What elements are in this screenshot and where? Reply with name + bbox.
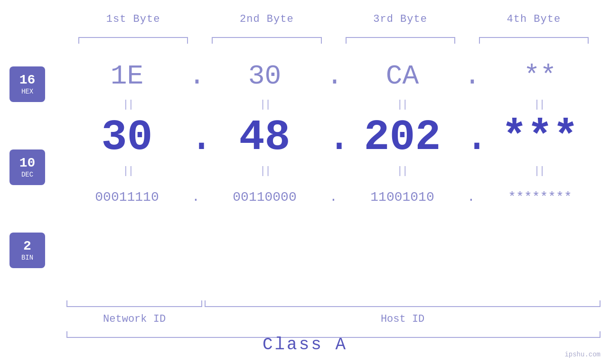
watermark: ipshu.com — [564, 351, 601, 358]
hex-byte1-value: 1E — [111, 61, 144, 92]
bin-byte2-cell: 00110000 — [204, 190, 325, 205]
dec-byte3-cell: 202 — [342, 113, 463, 162]
equals-row-2: || || || || — [66, 161, 601, 180]
hex-byte4-cell: ** — [479, 61, 601, 92]
bin-badge-num: 2 — [23, 240, 31, 253]
dec-byte1-value: 30 — [101, 113, 152, 162]
dec-dot1: . — [188, 113, 204, 162]
network-bracket — [66, 300, 202, 307]
hex-byte3-cell: CA — [342, 61, 463, 92]
main-container: 1st Byte 2nd Byte 3rd Byte 4th Byte 16 H… — [0, 0, 610, 364]
dec-byte2-value: 48 — [239, 113, 290, 162]
equals-row-1: || || || || — [66, 95, 601, 114]
id-labels: Network ID Host ID — [66, 313, 601, 325]
hex-byte2-value: 30 — [248, 61, 282, 92]
hex-badge-label: HEX — [21, 88, 33, 95]
bin-dot1: . — [188, 190, 204, 205]
bin-byte1-value: 00011110 — [95, 190, 159, 205]
bin-byte3-cell: 11001010 — [342, 190, 463, 205]
bin-dot3: . — [463, 190, 479, 205]
badges-column: 16 HEX 10 DEC 2 BIN — [9, 66, 45, 268]
bottom-brackets — [66, 300, 601, 307]
bin-byte4-value: ******** — [508, 190, 572, 205]
host-bracket — [205, 300, 601, 307]
eq2-cell1: || — [66, 165, 189, 177]
byte1-header: 1st Byte — [66, 13, 200, 25]
bin-row: 00011110 . 00110000 . 11001010 . *******… — [66, 180, 601, 214]
dec-row: 30 . 48 . 202 . *** — [66, 114, 601, 161]
network-id-label: Network ID — [66, 313, 202, 325]
host-id-label: Host ID — [205, 313, 601, 325]
eq1-cell3: || — [341, 99, 464, 111]
dec-badge-num: 10 — [19, 157, 36, 170]
dec-dot3: . — [463, 113, 479, 162]
eq2-cell3: || — [341, 165, 464, 177]
eq2-cell2: || — [204, 165, 327, 177]
eq1-cell4: || — [478, 99, 601, 111]
eq1-cell2: || — [204, 99, 327, 111]
hex-byte3-value: CA — [386, 61, 419, 92]
dec-byte2-cell: 48 — [204, 113, 325, 162]
bin-badge: 2 BIN — [9, 233, 45, 268]
hex-byte1-cell: 1E — [66, 61, 188, 92]
dec-badge: 10 DEC — [9, 149, 45, 185]
eq1-cell1: || — [66, 99, 189, 111]
hex-dot3: . — [463, 61, 479, 92]
bin-byte2-value: 00110000 — [233, 190, 296, 205]
hex-dot2: . — [325, 61, 342, 92]
bin-byte4-cell: ******** — [479, 190, 601, 205]
hex-dot1: . — [188, 61, 204, 92]
bin-byte3-value: 11001010 — [370, 190, 434, 205]
dec-badge-label: DEC — [21, 171, 33, 178]
top-brackets — [66, 37, 601, 44]
class-label: Class A — [0, 335, 610, 355]
dec-byte4-cell: *** — [479, 113, 601, 162]
byte3-header: 3rd Byte — [334, 13, 467, 25]
hex-byte2-cell: 30 — [204, 61, 325, 92]
bin-dot2: . — [325, 190, 342, 205]
dec-dot2: . — [325, 113, 342, 162]
dec-byte4-value: *** — [501, 113, 578, 162]
byte4-header: 4th Byte — [467, 13, 601, 25]
byte-headers: 1st Byte 2nd Byte 3rd Byte 4th Byte — [66, 13, 601, 25]
rows-area: 1E . 30 . CA . ** || — [66, 57, 601, 214]
hex-badge: 16 HEX — [9, 66, 45, 102]
hex-badge-num: 16 — [19, 74, 36, 87]
eq2-cell4: || — [478, 165, 601, 177]
byte2-header: 2nd Byte — [200, 13, 333, 25]
bin-byte1-cell: 00011110 — [66, 190, 188, 205]
bin-badge-label: BIN — [21, 254, 33, 261]
hex-byte4-value: ** — [524, 61, 557, 92]
dec-byte3-value: 202 — [364, 113, 441, 162]
dec-byte1-cell: 30 — [66, 113, 188, 162]
hex-row: 1E . 30 . CA . ** — [66, 57, 601, 95]
